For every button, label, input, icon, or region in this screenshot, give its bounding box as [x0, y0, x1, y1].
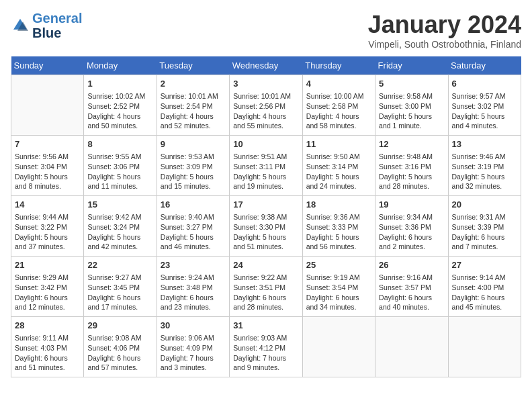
day-number: 3	[233, 78, 298, 90]
day-number: 18	[306, 199, 371, 211]
calendar-week-1: 1Sunrise: 10:02 AM Sunset: 2:52 PM Dayli…	[11, 75, 521, 136]
day-info: Sunrise: 9:44 AM Sunset: 3:22 PM Dayligh…	[15, 212, 80, 252]
calendar-day-28: 28Sunrise: 9:11 AM Sunset: 4:03 PM Dayli…	[11, 317, 84, 377]
calendar-day-8: 8Sunrise: 9:55 AM Sunset: 3:06 PM Daylig…	[84, 136, 157, 196]
day-number: 2	[161, 78, 226, 90]
calendar-day-16: 16Sunrise: 9:40 AM Sunset: 3:27 PM Dayli…	[157, 196, 229, 257]
calendar-day-23: 23Sunrise: 9:24 AM Sunset: 3:48 PM Dayli…	[157, 257, 229, 317]
day-info: Sunrise: 9:40 AM Sunset: 3:27 PM Dayligh…	[161, 212, 226, 252]
day-info: Sunrise: 9:19 AM Sunset: 3:54 PM Dayligh…	[306, 273, 371, 312]
day-number: 13	[452, 138, 517, 150]
day-info: Sunrise: 9:36 AM Sunset: 3:33 PM Dayligh…	[306, 212, 371, 252]
calendar-day-14: 14Sunrise: 9:44 AM Sunset: 3:22 PM Dayli…	[11, 196, 84, 257]
day-info: Sunrise: 9:51 AM Sunset: 3:11 PM Dayligh…	[233, 152, 298, 191]
calendar-day-20: 20Sunrise: 9:31 AM Sunset: 3:39 PM Dayli…	[448, 196, 521, 257]
day-info: Sunrise: 9:58 AM Sunset: 3:00 PM Dayligh…	[379, 91, 444, 131]
day-info: Sunrise: 9:56 AM Sunset: 3:04 PM Dayligh…	[15, 152, 80, 191]
header: GeneralBlue January 2024 Vimpeli, South …	[11, 11, 521, 50]
day-info: Sunrise: 9:24 AM Sunset: 3:48 PM Dayligh…	[161, 273, 226, 312]
header-day-friday: Friday	[375, 56, 448, 75]
day-number: 23	[161, 259, 226, 271]
header-day-sunday: Sunday	[11, 56, 84, 75]
header-day-wednesday: Wednesday	[230, 56, 302, 75]
day-info: Sunrise: 9:57 AM Sunset: 3:02 PM Dayligh…	[452, 91, 517, 131]
day-info: Sunrise: 9:08 AM Sunset: 4:06 PM Dayligh…	[87, 333, 152, 373]
empty-cell	[375, 317, 448, 377]
day-number: 31	[233, 320, 298, 332]
calendar-day-11: 11Sunrise: 9:50 AM Sunset: 3:14 PM Dayli…	[302, 136, 375, 196]
calendar-day-10: 10Sunrise: 9:51 AM Sunset: 3:11 PM Dayli…	[230, 136, 302, 196]
calendar-day-19: 19Sunrise: 9:34 AM Sunset: 3:36 PM Dayli…	[375, 196, 448, 257]
day-number: 22	[87, 259, 152, 271]
day-info: Sunrise: 9:34 AM Sunset: 3:36 PM Dayligh…	[379, 212, 444, 252]
calendar-day-27: 27Sunrise: 9:14 AM Sunset: 4:00 PM Dayli…	[448, 257, 521, 317]
day-number: 27	[452, 259, 517, 271]
empty-cell	[11, 75, 84, 136]
calendar-day-4: 4Sunrise: 10:00 AM Sunset: 2:58 PM Dayli…	[302, 75, 375, 136]
calendar-week-5: 28Sunrise: 9:11 AM Sunset: 4:03 PM Dayli…	[11, 317, 521, 377]
calendar-week-2: 7Sunrise: 9:56 AM Sunset: 3:04 PM Daylig…	[11, 136, 521, 196]
calendar-day-12: 12Sunrise: 9:48 AM Sunset: 3:16 PM Dayli…	[375, 136, 448, 196]
logo-text: GeneralBlue	[32, 11, 82, 40]
day-info: Sunrise: 10:01 AM Sunset: 2:56 PM Daylig…	[233, 91, 298, 131]
day-number: 11	[306, 138, 371, 150]
day-number: 6	[452, 78, 517, 90]
calendar-day-18: 18Sunrise: 9:36 AM Sunset: 3:33 PM Dayli…	[302, 196, 375, 257]
day-number: 8	[87, 138, 152, 150]
day-number: 10	[233, 138, 298, 150]
day-number: 9	[161, 138, 226, 150]
day-number: 12	[379, 138, 444, 150]
day-number: 7	[15, 138, 80, 150]
calendar-day-26: 26Sunrise: 9:16 AM Sunset: 3:57 PM Dayli…	[375, 257, 448, 317]
day-number: 20	[452, 199, 517, 211]
logo-icon	[11, 16, 30, 35]
day-info: Sunrise: 10:01 AM Sunset: 2:54 PM Daylig…	[161, 91, 226, 131]
day-number: 16	[161, 199, 226, 211]
calendar-week-3: 14Sunrise: 9:44 AM Sunset: 3:22 PM Dayli…	[11, 196, 521, 257]
empty-cell	[302, 317, 375, 377]
day-info: Sunrise: 9:22 AM Sunset: 3:51 PM Dayligh…	[233, 273, 298, 312]
calendar-day-1: 1Sunrise: 10:02 AM Sunset: 2:52 PM Dayli…	[84, 75, 157, 136]
day-info: Sunrise: 9:16 AM Sunset: 3:57 PM Dayligh…	[379, 273, 444, 312]
day-number: 19	[379, 199, 444, 211]
day-info: Sunrise: 9:31 AM Sunset: 3:39 PM Dayligh…	[452, 212, 517, 252]
calendar-day-25: 25Sunrise: 9:19 AM Sunset: 3:54 PM Dayli…	[302, 257, 375, 317]
day-info: Sunrise: 9:27 AM Sunset: 3:45 PM Dayligh…	[87, 273, 152, 312]
day-info: Sunrise: 9:11 AM Sunset: 4:03 PM Dayligh…	[15, 333, 80, 373]
calendar-day-17: 17Sunrise: 9:38 AM Sunset: 3:30 PM Dayli…	[230, 196, 302, 257]
calendar-header: SundayMondayTuesdayWednesdayThursdayFrid…	[11, 56, 521, 75]
calendar-table: SundayMondayTuesdayWednesdayThursdayFrid…	[11, 56, 521, 377]
day-number: 30	[161, 320, 226, 332]
day-info: Sunrise: 9:48 AM Sunset: 3:16 PM Dayligh…	[379, 152, 444, 191]
day-info: Sunrise: 9:46 AM Sunset: 3:19 PM Dayligh…	[452, 152, 517, 191]
month-title: January 2024	[368, 11, 521, 39]
header-day-monday: Monday	[84, 56, 157, 75]
calendar-day-3: 3Sunrise: 10:01 AM Sunset: 2:56 PM Dayli…	[230, 75, 302, 136]
day-number: 25	[306, 259, 371, 271]
header-row: SundayMondayTuesdayWednesdayThursdayFrid…	[11, 56, 521, 75]
calendar-week-4: 21Sunrise: 9:29 AM Sunset: 3:42 PM Dayli…	[11, 257, 521, 317]
day-number: 21	[15, 259, 80, 271]
calendar-day-31: 31Sunrise: 9:03 AM Sunset: 4:12 PM Dayli…	[230, 317, 302, 377]
header-day-tuesday: Tuesday	[157, 56, 229, 75]
day-info: Sunrise: 9:03 AM Sunset: 4:12 PM Dayligh…	[233, 333, 298, 373]
location-subtitle: Vimpeli, South Ostrobothnia, Finland	[368, 39, 521, 50]
day-info: Sunrise: 9:29 AM Sunset: 3:42 PM Dayligh…	[15, 273, 80, 312]
day-info: Sunrise: 9:53 AM Sunset: 3:09 PM Dayligh…	[161, 152, 226, 191]
day-info: Sunrise: 9:50 AM Sunset: 3:14 PM Dayligh…	[306, 152, 371, 191]
day-number: 1	[87, 78, 152, 90]
calendar-day-29: 29Sunrise: 9:08 AM Sunset: 4:06 PM Dayli…	[84, 317, 157, 377]
calendar-day-7: 7Sunrise: 9:56 AM Sunset: 3:04 PM Daylig…	[11, 136, 84, 196]
day-number: 29	[87, 320, 152, 332]
calendar-day-21: 21Sunrise: 9:29 AM Sunset: 3:42 PM Dayli…	[11, 257, 84, 317]
day-info: Sunrise: 9:06 AM Sunset: 4:09 PM Dayligh…	[161, 333, 226, 373]
calendar-day-13: 13Sunrise: 9:46 AM Sunset: 3:19 PM Dayli…	[448, 136, 521, 196]
calendar-day-6: 6Sunrise: 9:57 AM Sunset: 3:02 PM Daylig…	[448, 75, 521, 136]
day-info: Sunrise: 10:02 AM Sunset: 2:52 PM Daylig…	[87, 91, 152, 131]
day-info: Sunrise: 10:00 AM Sunset: 2:58 PM Daylig…	[306, 91, 371, 131]
calendar-body: 1Sunrise: 10:02 AM Sunset: 2:52 PM Dayli…	[11, 75, 521, 377]
title-area: January 2024 Vimpeli, South Ostrobothnia…	[368, 11, 521, 50]
header-day-saturday: Saturday	[448, 56, 521, 75]
day-number: 24	[233, 259, 298, 271]
empty-cell	[448, 317, 521, 377]
